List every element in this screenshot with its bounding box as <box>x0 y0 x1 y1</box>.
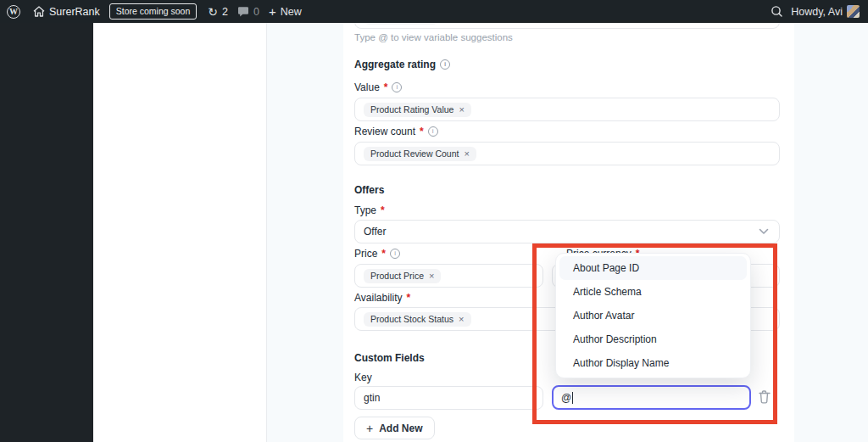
info-icon[interactable]: i <box>440 59 450 70</box>
offer-type-select[interactable]: Offer <box>354 220 780 243</box>
variable-helper-text: Type @ to view variable suggestions <box>354 32 513 42</box>
required-marker: * <box>420 126 424 137</box>
info-icon[interactable]: i <box>392 82 402 92</box>
required-marker: * <box>384 82 388 92</box>
custom-field-value-input[interactable]: @ <box>552 385 751 410</box>
delete-custom-field-icon[interactable] <box>758 389 771 405</box>
chevron-down-icon <box>759 228 769 235</box>
availability-label: Availability * <box>354 293 410 303</box>
required-marker: * <box>381 205 385 215</box>
info-icon[interactable]: i <box>428 126 438 137</box>
home-icon <box>33 6 45 17</box>
availability-chip: Product Stock Status × <box>364 312 471 327</box>
text-caret <box>572 392 573 404</box>
howdy-text: Howdy, Avi <box>791 6 843 18</box>
updates-count: 2 <box>222 6 228 18</box>
plus-icon: + <box>366 422 373 434</box>
price-input[interactable]: Product Price × <box>354 264 543 288</box>
coming-soon-badge[interactable]: Store coming soon <box>109 3 198 20</box>
suggestion-item[interactable]: Author Description <box>559 327 747 351</box>
comments-menu[interactable]: 0 <box>237 6 259 18</box>
search-icon[interactable] <box>771 5 783 18</box>
info-icon[interactable]: i <box>390 249 400 259</box>
plus-icon: + <box>269 5 276 18</box>
add-new-button[interactable]: + Add New <box>354 417 435 439</box>
new-label: New <box>281 6 302 18</box>
remove-chip-icon[interactable]: × <box>429 271 434 281</box>
admin-menu-rail <box>0 23 93 442</box>
required-marker: * <box>381 249 386 259</box>
review-count-chip: Product Review Count × <box>364 147 476 161</box>
remove-chip-icon[interactable]: × <box>464 149 469 159</box>
value-label: Value * i <box>354 82 402 92</box>
site-name: SurerRank <box>49 6 100 18</box>
type-label: Type * <box>354 205 385 215</box>
price-label: Price * i <box>354 249 400 259</box>
remove-chip-icon[interactable]: × <box>459 105 464 115</box>
aggregate-rating-heading: Aggregate rating i <box>354 59 450 70</box>
new-content-menu[interactable]: + New <box>269 5 302 18</box>
variable-suggestions-popup: About Page ID Article Schema Author Avat… <box>555 253 751 378</box>
custom-fields-heading: Custom Fields <box>354 353 425 363</box>
review-count-label: Review count * i <box>354 126 438 137</box>
wordpress-menu[interactable]: W <box>7 5 20 19</box>
page: Type @ to view variable suggestions Aggr… <box>0 0 868 442</box>
review-count-input[interactable]: Product Review Count × <box>354 142 780 165</box>
key-label: Key <box>354 372 372 383</box>
site-menu[interactable]: SurerRank <box>33 6 100 18</box>
suggestion-item[interactable]: About Page ID <box>559 256 747 280</box>
value-chip: Product Rating Value × <box>364 103 471 117</box>
editor-left-panel <box>93 23 267 442</box>
value-input[interactable]: Product Rating Value × <box>354 98 780 121</box>
remove-chip-icon[interactable]: × <box>459 315 464 324</box>
suggestion-item[interactable]: Article Schema <box>559 280 747 304</box>
custom-field-key-input[interactable] <box>354 386 543 410</box>
suggestion-item[interactable]: Author Display Name <box>559 351 747 375</box>
wordpress-logo-icon: W <box>7 5 20 19</box>
avatar <box>847 5 860 18</box>
updates-icon: ↻ <box>208 6 218 18</box>
offers-heading: Offers <box>354 185 384 195</box>
wp-admin-bar: W SurerRank Store coming soon ↻ 2 0 + <box>0 0 868 23</box>
account-menu[interactable]: Howdy, Avi <box>791 5 860 18</box>
comment-icon <box>237 7 249 17</box>
required-marker: * <box>406 293 410 303</box>
price-chip: Product Price × <box>364 269 441 283</box>
comments-count: 0 <box>253 6 259 18</box>
suggestion-item[interactable]: Author Avatar <box>559 304 747 327</box>
updates-menu[interactable]: ↻ 2 <box>208 6 228 18</box>
